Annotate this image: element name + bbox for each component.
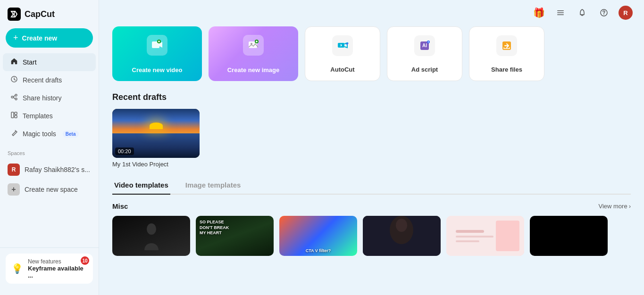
share-history-icon (10, 93, 18, 103)
app-name: CapCut (25, 9, 55, 19)
template-card-5[interactable] (446, 216, 524, 256)
svg-rect-10 (15, 115, 17, 118)
draft-duration-badge: 00:20 (115, 148, 134, 155)
topbar: 🎁 R (198, 0, 644, 25)
new-features-label: New features (28, 258, 87, 265)
space-avatar-create: + (8, 183, 20, 196)
template-thumbnail-4 (363, 216, 441, 256)
sidebar-item-create-space[interactable]: + Create new space (8, 180, 91, 199)
spaces-section: Spaces R Rafay Shaikh882's s... + Create… (0, 150, 99, 199)
svg-rect-38 (456, 236, 493, 238)
misc-label: Misc (112, 202, 128, 210)
template-overlay-text-2: SO PLEASEDON'T BREAKMY HEART (200, 220, 270, 236)
capcut-logo-icon (8, 8, 21, 21)
svg-rect-39 (456, 240, 479, 242)
spaces-label: Spaces (8, 150, 91, 156)
new-features-card[interactable]: 💡 New features Keyframe available ... 10 (6, 254, 93, 284)
adscript-card[interactable]: AI Ad script (387, 26, 462, 81)
create-video-card[interactable]: Create new video (112, 26, 202, 81)
template-thumbnail-5 (446, 216, 524, 256)
space-avatar-rafay: R (8, 164, 20, 176)
user-avatar[interactable]: R (619, 6, 633, 20)
share-files-icon-wrapper (496, 35, 517, 56)
create-video-label: Create new video (132, 66, 183, 74)
main-content: 🎁 R (99, 0, 644, 295)
template-card-2[interactable]: SO PLEASEDON'T BREAKMY HEART (196, 216, 274, 256)
svg-point-15 (603, 14, 604, 15)
sidebar-item-share-history-label: Share history (23, 94, 61, 102)
hamburger-icon[interactable] (553, 6, 568, 20)
recent-drafts-title: Recent drafts (112, 92, 631, 102)
template-overlay-text-3: CTA V filter? (282, 248, 354, 253)
sidebar-item-magic-tools-label: Magic tools (23, 130, 56, 138)
svg-point-3 (15, 94, 17, 96)
sidebar-bottom: 💡 New features Keyframe available ... 10 (0, 247, 99, 289)
autocut-label: AutoCut (330, 66, 354, 73)
sidebar-item-recent-drafts[interactable]: Recent drafts (3, 71, 96, 89)
svg-point-5 (15, 98, 17, 100)
template-card-1[interactable] (112, 216, 190, 256)
quick-actions-row: Create new video Create new image (112, 26, 631, 81)
autocut-card[interactable]: AutoCut (305, 26, 380, 81)
create-image-label: Create new image (227, 66, 280, 74)
magic-tools-icon (10, 129, 18, 139)
sidebar-item-templates[interactable]: Templates (3, 107, 96, 125)
sidebar-item-magic-tools[interactable]: Magic tools Beta (3, 125, 96, 143)
share-files-label: Share files (491, 66, 522, 73)
drafts-row: 00:20 My 1st Video Project (112, 109, 631, 168)
svg-point-32 (147, 223, 156, 235)
share-files-icon-box (496, 35, 517, 56)
svg-point-4 (11, 96, 13, 98)
svg-rect-12 (557, 12, 564, 13)
create-video-icon-wrapper (147, 35, 167, 56)
svg-rect-40 (496, 221, 519, 251)
sidebar-item-rafay-space[interactable]: R Rafay Shaikh882's s... (8, 160, 91, 180)
misc-section-header: Misc View more › (112, 202, 631, 210)
sidebar-item-start-label: Start (23, 58, 37, 66)
adscript-label: Ad script (411, 66, 438, 73)
space-name-rafay: Rafay Shaikh882's s... (25, 166, 90, 173)
view-more-text: View more (598, 203, 627, 210)
view-more-link[interactable]: View more › (598, 203, 631, 210)
beta-badge: Beta (63, 131, 79, 138)
new-features-badge: 10 (81, 256, 89, 265)
video-icon-box (147, 35, 167, 56)
template-thumbnail-1 (112, 216, 190, 256)
create-image-icon-wrapper (243, 35, 264, 56)
autocut-icon-wrapper (332, 35, 353, 56)
templates-row: SO PLEASEDON'T BREAKMY HEART CTA V filte… (112, 216, 631, 256)
plus-icon: + (13, 33, 18, 43)
draft-thumbnail-1: 00:20 (112, 109, 200, 158)
new-features-title: Keyframe available ... (28, 265, 87, 279)
create-new-button[interactable]: + Create new (6, 28, 93, 48)
sidebar-item-templates-label: Templates (23, 112, 53, 120)
sidebar-item-recent-drafts-label: Recent drafts (23, 76, 62, 84)
image-icon-box (243, 35, 264, 56)
svg-rect-13 (557, 15, 564, 16)
draft-name-1: My 1st Video Project (112, 161, 200, 168)
bell-icon[interactable] (575, 6, 589, 20)
template-card-3[interactable]: CTA V filter? (279, 216, 357, 256)
create-image-card[interactable]: Create new image (209, 26, 298, 81)
svg-line-7 (13, 98, 15, 98)
template-thumbnail-6 (530, 216, 608, 256)
gift-icon[interactable]: 🎁 (532, 6, 546, 20)
template-card-6[interactable] (530, 216, 608, 256)
sidebar-item-share-history[interactable]: Share history (3, 89, 96, 107)
home-icon (10, 57, 18, 67)
chevron-right-icon: › (629, 203, 631, 210)
adscript-icon-box: AI (414, 35, 435, 56)
draft-card-1[interactable]: 00:20 My 1st Video Project (112, 109, 200, 168)
svg-rect-8 (11, 112, 14, 118)
svg-rect-37 (456, 230, 484, 233)
svg-rect-9 (15, 112, 17, 115)
help-icon[interactable] (597, 6, 611, 20)
svg-line-6 (13, 96, 15, 97)
template-card-4[interactable] (363, 216, 441, 256)
app-logo[interactable]: CapCut (0, 6, 99, 28)
share-files-card[interactable]: Share files (469, 26, 544, 81)
tab-image-templates[interactable]: Image templates (184, 181, 243, 195)
sidebar-item-start[interactable]: Start (3, 53, 96, 71)
tab-video-templates[interactable]: Video templates (112, 181, 170, 195)
clock-icon (10, 75, 18, 85)
